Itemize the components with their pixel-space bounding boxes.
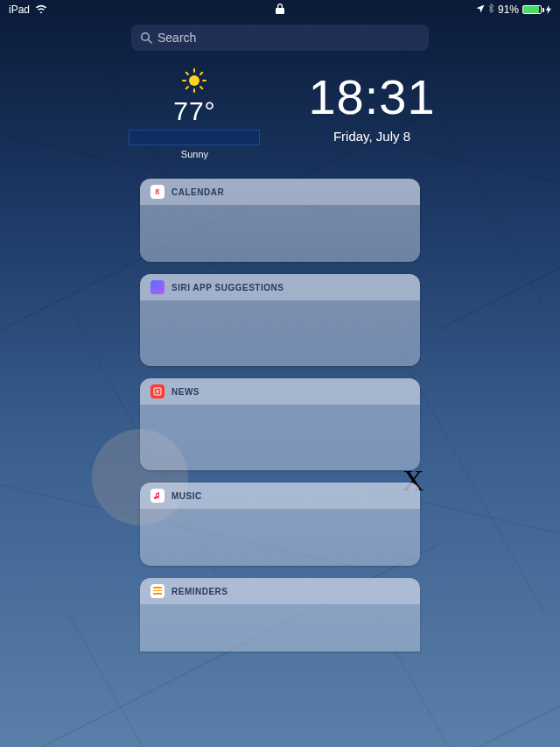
status-right: 91% bbox=[476, 4, 551, 16]
svg-line-7 bbox=[186, 73, 188, 74]
svg-point-2 bbox=[189, 75, 200, 86]
time: 18:31 bbox=[308, 72, 435, 123]
widget-title: CALENDAR bbox=[172, 187, 224, 197]
widget-body bbox=[140, 604, 420, 652]
widget-body bbox=[140, 509, 420, 566]
widget-header: REMINDERS bbox=[140, 578, 420, 604]
widget-title: MUSIC bbox=[172, 491, 202, 501]
temperature: 77° bbox=[124, 96, 264, 126]
redacted-location bbox=[129, 130, 260, 145]
widget-title: NEWS bbox=[172, 387, 200, 397]
device-label: iPad bbox=[9, 4, 30, 16]
battery-icon bbox=[522, 5, 551, 14]
search-icon bbox=[140, 32, 152, 44]
calendar-icon: 8 bbox=[150, 185, 164, 199]
battery-percent: 91% bbox=[498, 4, 519, 16]
siri-icon bbox=[150, 280, 164, 294]
widget-news[interactable]: NEWS bbox=[140, 378, 420, 470]
svg-line-10 bbox=[200, 73, 202, 74]
widget-title: REMINDERS bbox=[172, 587, 228, 596]
news-icon bbox=[150, 384, 164, 398]
search-bar[interactable] bbox=[131, 25, 429, 51]
clock-widget: 18:31 Friday, July 8 bbox=[308, 63, 435, 159]
widget-music[interactable]: MUSIC bbox=[140, 483, 420, 566]
weather-condition: Sunny bbox=[124, 149, 264, 159]
widget-body bbox=[140, 205, 420, 262]
music-icon bbox=[150, 489, 164, 503]
svg-line-8 bbox=[200, 87, 202, 88]
widget-reminders[interactable]: REMINDERS bbox=[140, 578, 420, 652]
wifi-icon bbox=[35, 4, 47, 16]
date: Friday, July 8 bbox=[308, 129, 435, 144]
widget-header: SIRI APP SUGGESTIONS bbox=[140, 274, 420, 300]
status-bar: iPad 91% bbox=[0, 0, 560, 19]
location-icon bbox=[476, 4, 485, 16]
widget-title: SIRI APP SUGGESTIONS bbox=[172, 283, 284, 292]
widget-body bbox=[140, 300, 420, 366]
widget-header: MUSIC bbox=[140, 483, 420, 509]
widget-siri-suggestions[interactable]: SIRI APP SUGGESTIONS bbox=[140, 274, 420, 366]
widget-body bbox=[140, 405, 420, 470]
status-left: iPad bbox=[9, 4, 47, 16]
widget-header: 8 CALENDAR bbox=[140, 179, 420, 205]
hero-row: 77° Sunny 18:31 Friday, July 8 bbox=[0, 63, 560, 159]
reminders-icon bbox=[150, 584, 164, 598]
svg-rect-11 bbox=[154, 388, 161, 395]
svg-line-9 bbox=[186, 87, 188, 88]
weather-widget[interactable]: 77° Sunny bbox=[124, 63, 264, 159]
sun-icon bbox=[124, 68, 264, 93]
svg-line-1 bbox=[148, 39, 151, 43]
bluetooth-icon bbox=[488, 4, 494, 16]
widget-header: NEWS bbox=[140, 378, 420, 405]
search-input[interactable] bbox=[158, 31, 420, 45]
widgets-column[interactable]: 8 CALENDAR SIRI APP SUGGESTIONS NEWS MUS… bbox=[140, 179, 420, 652]
lock-icon bbox=[276, 4, 284, 17]
widget-calendar[interactable]: 8 CALENDAR bbox=[140, 179, 420, 262]
